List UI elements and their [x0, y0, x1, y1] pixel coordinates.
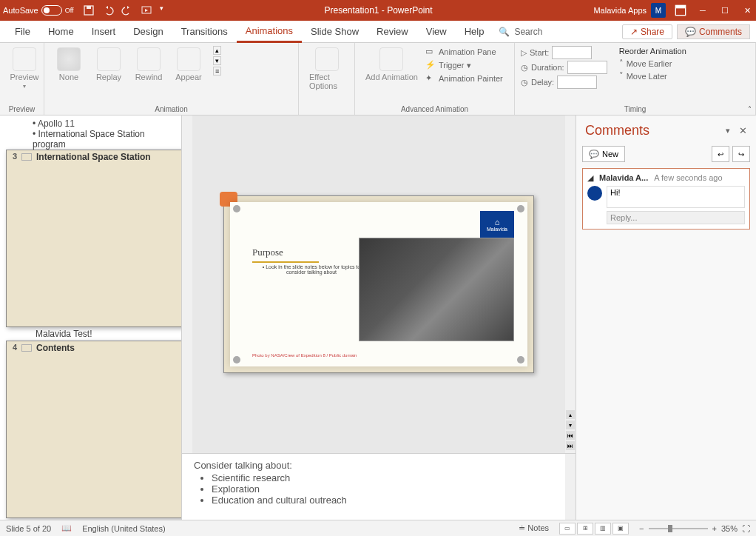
prev-comment-button[interactable]: ↩	[712, 146, 729, 162]
slide-logo: ⌂Malavida	[480, 211, 514, 238]
tab-home[interactable]: Home	[39, 21, 83, 43]
tab-view[interactable]: View	[417, 21, 456, 43]
outline-pane[interactable]: Apollo 11International Space Station pro…	[0, 115, 182, 520]
tab-file[interactable]: File	[6, 21, 39, 43]
scroll-down-icon[interactable]: ▾	[566, 421, 575, 429]
next-slide-icon[interactable]: ⏭	[566, 441, 575, 450]
slideshow-view-icon[interactable]: ▣	[612, 523, 629, 535]
autosave-toggle[interactable]: AutoSave Off	[3, 5, 74, 16]
user-account[interactable]: Malavida Apps M	[593, 3, 666, 18]
search-button[interactable]: 🔍 Search	[493, 27, 548, 37]
comments-dropdown-icon[interactable]: ▾	[726, 126, 730, 135]
trigger-button[interactable]: ⚡Trigger ▾	[425, 59, 503, 71]
appear-icon	[177, 47, 200, 71]
ribbon-display-icon[interactable]	[675, 4, 686, 16]
comment-thread: ◢ Malavida A... A few seconds ago Hi! Re…	[582, 168, 750, 230]
reply-input[interactable]: Reply...	[607, 211, 745, 224]
notes-pane[interactable]: Consider talking about: Scientific resea…	[182, 453, 576, 520]
tab-slideshow[interactable]: Slide Show	[302, 21, 368, 43]
animation-replay[interactable]: Replay	[90, 46, 127, 83]
preview-button[interactable]: Preview ▾	[6, 46, 43, 91]
svg-rect-4	[675, 5, 685, 8]
group-label-preview: Preview	[6, 105, 38, 113]
save-icon[interactable]	[83, 4, 95, 16]
tab-transitions[interactable]: Transitions	[172, 21, 237, 43]
move-earlier-button[interactable]: ˄ Move Earlier	[619, 58, 686, 69]
undo-icon[interactable]	[102, 4, 114, 16]
add-animation-icon	[379, 47, 403, 71]
outline-bullet[interactable]: Apollo 11	[6, 118, 175, 129]
zoom-level[interactable]: 35%	[721, 524, 738, 533]
gallery-down-icon[interactable]: ▾	[213, 56, 221, 65]
new-comment-icon: 💬	[589, 150, 599, 159]
tab-animations[interactable]: Animations	[237, 21, 302, 43]
gallery-more-icon[interactable]: ≡	[213, 67, 221, 76]
duration-field[interactable]: ◷Duration:	[521, 61, 607, 74]
slide-sorter-icon[interactable]: ⊞	[577, 523, 593, 535]
slide-preview[interactable]: ⌂Malavida Purpose • Look in the slide no…	[223, 195, 534, 373]
comment-collapse-icon[interactable]: ◢	[587, 173, 593, 183]
outline-slide[interactable]: 4Contents	[6, 341, 182, 518]
outline-bullet[interactable]: International Space Station program	[6, 129, 175, 150]
notes-button[interactable]: ≐ Notes	[519, 523, 549, 533]
notes-heading: Consider talking about:	[194, 460, 564, 471]
redo-icon[interactable]	[121, 4, 133, 16]
fit-to-window-icon[interactable]: ⛶	[742, 524, 750, 533]
preview-icon	[13, 47, 36, 71]
comment-time: A few seconds ago	[654, 173, 722, 183]
comments-button[interactable]: 💬 Comments	[677, 24, 750, 39]
animation-none[interactable]: None	[50, 46, 87, 83]
start-from-beginning-icon[interactable]	[141, 4, 152, 16]
ribbon: Preview ▾ Preview None Replay Rewind App…	[0, 43, 756, 115]
normal-view-icon[interactable]: ▭	[559, 523, 576, 535]
maximize-icon[interactable]: ☐	[719, 4, 731, 16]
collapse-ribbon-icon[interactable]: ˄	[748, 105, 752, 113]
tab-design[interactable]: Design	[124, 21, 172, 43]
new-comment-button[interactable]: 💬 New	[582, 146, 625, 162]
notes-item: Exploration	[212, 483, 564, 495]
prev-slide-icon[interactable]: ⏮	[566, 431, 575, 440]
slide-image	[359, 238, 514, 341]
clock-icon: ◷	[521, 63, 528, 73]
effect-options-button[interactable]: Effect Options	[305, 46, 348, 92]
tab-review[interactable]: Review	[368, 21, 417, 43]
animation-rewind[interactable]: Rewind	[130, 46, 167, 83]
tab-insert[interactable]: Insert	[83, 21, 125, 43]
vscroll-left[interactable]	[182, 115, 192, 453]
comments-close-icon[interactable]: ✕	[739, 125, 747, 136]
add-animation-button[interactable]: Add Animation	[361, 46, 422, 83]
tab-help[interactable]: Help	[456, 21, 493, 43]
move-later-button[interactable]: ˅ Move Later	[619, 70, 686, 81]
zoom-out-icon[interactable]: −	[639, 524, 644, 533]
outline-slide[interactable]: 3International Space Station	[6, 150, 182, 327]
slide-counter[interactable]: Slide 5 of 20	[6, 524, 51, 533]
close-icon[interactable]: ✕	[741, 4, 753, 16]
animation-pane-button[interactable]: ▭Animation Pane	[425, 46, 503, 58]
scroll-up-icon[interactable]: ▴	[566, 410, 575, 419]
outline-subtitle[interactable]: Malavida Test!	[6, 327, 175, 341]
delay-field[interactable]: ◷Delay:	[521, 76, 607, 89]
outline-bullet[interactable]: Purpose	[6, 518, 175, 520]
title-bar: AutoSave Off ▾ Presentation1 - PowerPoin…	[0, 0, 756, 21]
zoom-in-icon[interactable]: +	[712, 524, 717, 533]
vscroll-right[interactable]: ▴ ▾ ⏮ ⏭	[565, 115, 576, 453]
minimize-icon[interactable]: ─	[697, 4, 709, 16]
spellcheck-icon[interactable]: 📖	[61, 523, 72, 533]
notes-item: Education and cultural outreach	[212, 495, 564, 506]
rewind-icon	[137, 47, 161, 71]
start-field[interactable]: ▷Start:	[521, 46, 607, 59]
group-label-advanced: Advanced Animation	[361, 105, 508, 113]
notes-item: Scientific research	[212, 472, 564, 483]
animation-appear[interactable]: Appear	[170, 46, 207, 83]
animation-painter-button[interactable]: ✦Animation Painter	[425, 73, 503, 84]
pane-icon: ▭	[425, 47, 436, 57]
next-comment-button[interactable]: ↪	[732, 146, 750, 162]
reading-view-icon[interactable]: ▥	[595, 523, 611, 535]
gallery-up-icon[interactable]: ▴	[213, 46, 221, 55]
comment-text[interactable]: Hi!	[607, 186, 745, 208]
notes-scroll[interactable]	[565, 454, 576, 520]
zoom-slider[interactable]: − + 35% ⛶	[639, 524, 750, 533]
share-button[interactable]: ↗ Share	[622, 24, 672, 39]
comment-icon: 💬	[685, 27, 696, 37]
language-button[interactable]: English (United States)	[82, 524, 166, 533]
